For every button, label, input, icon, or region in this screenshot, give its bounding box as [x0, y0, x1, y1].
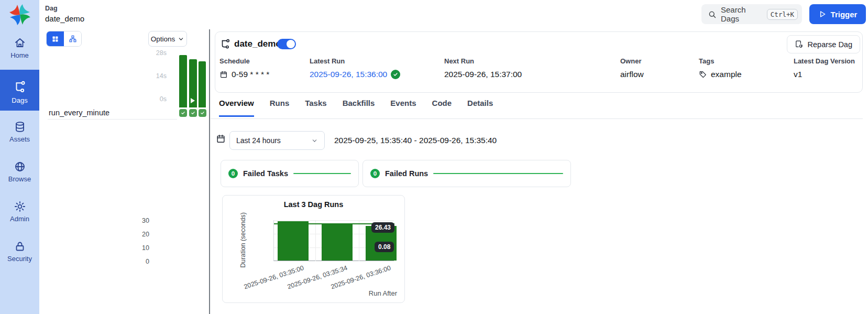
- failed-tasks-count-badge: 0: [228, 169, 238, 178]
- search-dags-box[interactable]: Search Dags Ctrl+K: [701, 4, 802, 24]
- next-run-value: 2025-09-26, 15:37:00: [444, 70, 522, 79]
- graph-view-button[interactable]: [64, 31, 81, 46]
- gridline: [359, 220, 359, 261]
- time-range-select[interactable]: Last 24 hours: [229, 131, 325, 150]
- dag-tabs: Overview Runs Tasks Backfills Events Cod…: [219, 99, 493, 117]
- run-duration-bar[interactable]: [179, 55, 187, 107]
- field-label: Schedule: [219, 57, 269, 65]
- field-latest-run: Latest Run 2025-09-26, 15:36:00: [310, 57, 400, 79]
- task-success-square[interactable]: [199, 109, 206, 117]
- airflow-pinwheel-icon: [8, 3, 31, 26]
- field-label: Tags: [699, 57, 742, 65]
- field-schedule: Schedule 0-59 * * * *: [219, 57, 269, 79]
- dag-title: date_demo: [234, 39, 281, 49]
- divider: [48, 119, 177, 120]
- search-placeholder: Search Dags: [721, 5, 763, 23]
- field-next-run: Next Run 2025-09-26, 15:37:00: [444, 57, 522, 79]
- field-tags: Tags example: [699, 57, 742, 79]
- time-range-selected: Last 24 hours: [236, 136, 307, 145]
- task-name[interactable]: run_every_minute: [49, 109, 109, 117]
- failed-runs-card[interactable]: 0 Failed Runs: [362, 160, 571, 187]
- chevron-down-icon: [311, 137, 318, 144]
- manual-run-marker-icon: [191, 98, 195, 103]
- breadcrumb-section[interactable]: Dag: [45, 5, 58, 12]
- schedule-value: 0-59 * * * *: [232, 70, 269, 79]
- options-button[interactable]: Options: [148, 31, 187, 47]
- chart-title: Last 3 Dag Runs: [223, 200, 404, 209]
- queued-duration-badge: 0.08: [375, 242, 394, 252]
- failed-tasks-label: Failed Tasks: [243, 169, 288, 178]
- dag-run-bar[interactable]: [278, 221, 309, 261]
- check-icon: [393, 72, 398, 77]
- options-label: Options: [151, 35, 175, 43]
- sidebar-item-label: Browse: [8, 175, 31, 183]
- tab-runs[interactable]: Runs: [270, 99, 290, 117]
- home-icon: [14, 37, 26, 49]
- breadcrumb-dag-id: date_demo: [45, 14, 84, 23]
- calendar-icon: [216, 134, 226, 144]
- status-line: [433, 173, 563, 174]
- failed-tasks-card[interactable]: 0 Failed Tasks: [221, 160, 359, 187]
- dag-header-card: date_demo Reparse Dag Schedule 0-59 * * …: [215, 31, 863, 93]
- tab-tasks[interactable]: Tasks: [305, 99, 326, 117]
- tab-overview[interactable]: Overview: [219, 99, 254, 117]
- check-icon: [181, 111, 185, 115]
- task-instance-row: [179, 109, 206, 117]
- browse-icon: [14, 160, 26, 173]
- tag-value[interactable]: example: [711, 70, 742, 79]
- mini-axis-28s: 28s: [149, 49, 167, 57]
- assets-icon: [14, 121, 26, 133]
- y-tick: 10: [134, 244, 149, 252]
- sidebar-item-browse[interactable]: Browse: [0, 156, 39, 187]
- sidebar-item-label: Security: [7, 255, 32, 263]
- run-duration-bar[interactable]: [189, 59, 197, 107]
- security-icon: [14, 240, 26, 253]
- sidebar: Home Dags Assets Browse Admin: [0, 0, 39, 314]
- sidebar-item-home[interactable]: Home: [0, 33, 39, 62]
- tabs-divider: [211, 118, 863, 119]
- reparse-icon: [795, 40, 804, 49]
- sidebar-item-dags[interactable]: Dags: [0, 70, 39, 111]
- panel-splitter[interactable]: [209, 29, 210, 314]
- dag-version-value: v1: [794, 70, 802, 79]
- tag-icon: [699, 70, 707, 79]
- trigger-label: Trigger: [831, 10, 858, 19]
- field-owner: Owner airflow: [620, 57, 644, 79]
- task-success-square[interactable]: [189, 109, 197, 117]
- tab-details[interactable]: Details: [467, 99, 493, 117]
- field-label: Next Run: [444, 57, 522, 65]
- reparse-label: Reparse Dag: [808, 40, 852, 49]
- task-success-square[interactable]: [179, 109, 187, 117]
- y-tick: 30: [134, 217, 149, 224]
- sidebar-item-assets[interactable]: Assets: [0, 116, 39, 147]
- grid-view-button[interactable]: [47, 31, 64, 46]
- chart-y-axis-label: Duration (seconds): [239, 205, 247, 275]
- failed-runs-label: Failed Runs: [385, 169, 428, 178]
- run-duration-bar[interactable]: [199, 61, 206, 107]
- field-latest-dag-version: Latest Dag Version v1: [794, 57, 855, 79]
- search-shortcut-kbd: Ctrl+K: [767, 9, 798, 20]
- tab-code[interactable]: Code: [432, 99, 452, 117]
- y-tick: 20: [134, 231, 149, 238]
- trigger-button[interactable]: Trigger: [809, 4, 866, 24]
- airflow-logo[interactable]: [8, 3, 31, 28]
- field-label: Owner: [620, 57, 644, 65]
- tab-backfills[interactable]: Backfills: [343, 99, 375, 117]
- median-duration-badge: 26.43: [371, 222, 394, 233]
- sidebar-item-security[interactable]: Security: [0, 236, 39, 266]
- field-label: Latest Dag Version: [794, 57, 855, 65]
- tab-events[interactable]: Events: [390, 99, 416, 117]
- chart-x-axis-label: Run After: [369, 289, 397, 297]
- sidebar-item-label: Dags: [12, 96, 27, 104]
- sidebar-item-label: Home: [10, 51, 29, 59]
- sidebar-item-admin[interactable]: Admin: [0, 196, 39, 226]
- latest-run-link[interactable]: 2025-09-26, 15:36:00: [310, 70, 387, 79]
- view-toggle-group: [46, 31, 82, 47]
- check-icon: [191, 111, 195, 115]
- dag-pause-toggle[interactable]: [277, 39, 296, 49]
- status-line: [293, 173, 351, 174]
- time-range-text: 2025-09-25, 15:35:40 - 2025-09-26, 15:35…: [334, 136, 497, 145]
- dag-run-bar[interactable]: [322, 224, 353, 261]
- reparse-dag-button[interactable]: Reparse Dag: [787, 35, 860, 53]
- search-icon: [708, 10, 717, 19]
